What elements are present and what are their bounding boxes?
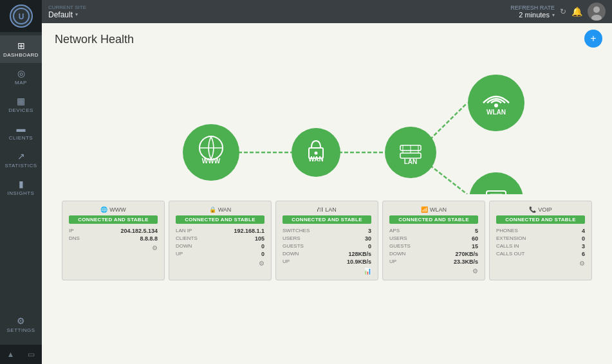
- card-row-label: DNS: [69, 235, 80, 242]
- card-status: CONNECTED AND STABLE: [69, 215, 158, 224]
- card-status: CONNECTED AND STABLE: [389, 215, 478, 224]
- card-row: UP 0: [176, 251, 264, 257]
- topology-svg: WWW WAN LAN: [55, 53, 599, 194]
- card-footer-icon[interactable]: ⚙: [259, 260, 264, 267]
- card-footer-icon[interactable]: ⚙: [579, 260, 585, 267]
- card-row-label: IP: [69, 228, 74, 234]
- topbar: CURRENT SITE Default ▾ REFRESH RATE 2 mi…: [42, 0, 612, 23]
- clients-icon: ▬: [17, 123, 26, 134]
- avatar[interactable]: [588, 3, 606, 21]
- map-icon: ◎: [17, 68, 25, 78]
- up-arrow-icon[interactable]: ▲: [7, 350, 15, 359]
- sidebar-item-label: DEVICES: [8, 107, 33, 113]
- card-status: CONNECTED AND STABLE: [283, 215, 371, 224]
- card-row-value: 4: [582, 228, 585, 234]
- card-wan[interactable]: 🔒 WAN CONNECTED AND STABLE LAN IP 192.16…: [169, 201, 272, 280]
- current-site-name[interactable]: Default ▾: [48, 10, 86, 19]
- card-row-label: USERS: [283, 235, 301, 242]
- card-row-label: APS: [389, 228, 400, 234]
- card-footer-icon[interactable]: 📊: [364, 268, 371, 275]
- card-footer: ⚙: [496, 260, 585, 267]
- card-row-label: CALLS IN: [496, 243, 519, 250]
- sidebar-item-clients[interactable]: ▬ CLIENTS: [0, 118, 42, 146]
- card-title-text: WLAN: [430, 206, 447, 213]
- card-icon: 🔒: [209, 206, 216, 213]
- card-row-label: GUESTS: [389, 243, 411, 250]
- card-footer: ⚙: [176, 260, 264, 267]
- devices-icon: ▦: [17, 96, 25, 106]
- card-www[interactable]: 🌐 WWW CONNECTED AND STABLE IP 204.182.5.…: [62, 201, 165, 280]
- window-icon[interactable]: ▭: [28, 350, 35, 359]
- refresh-icon[interactable]: ↻: [560, 7, 566, 16]
- settings-icon: ⚙: [17, 316, 25, 326]
- card-row: APS 5: [389, 228, 478, 234]
- card-title-text: LAN: [325, 206, 337, 213]
- card-row-label: UP: [283, 259, 290, 265]
- refresh-label: REFRESH RATE: [510, 5, 555, 11]
- topbar-site-info: CURRENT SITE Default ▾: [48, 5, 86, 19]
- card-row: CALLS OUT 6: [496, 251, 585, 257]
- card-row-value: 204.182.5.134: [120, 228, 158, 234]
- card-row-label: LAN IP: [176, 228, 192, 234]
- nav-items: ⊞ DASHBOARD ◎ MAP ▦ DEVICES ▬ CLIENTS ↗ …: [0, 35, 42, 311]
- www-label: WWW: [202, 158, 221, 165]
- card-row: EXTENSION 0: [496, 235, 585, 242]
- card-title: ⛙ LAN: [283, 206, 371, 213]
- card-row-label: UP: [389, 259, 396, 265]
- card-row-value: 192.168.1.1: [234, 228, 264, 234]
- dashboard-icon: ⊞: [17, 41, 25, 51]
- refresh-time[interactable]: 2 minutes ▾: [519, 11, 555, 19]
- card-footer-icon[interactable]: ⚙: [152, 244, 158, 251]
- card-row: IP 204.182.5.134: [69, 228, 158, 234]
- logo-area: U: [0, 0, 42, 32]
- card-footer-icon[interactable]: ⚙: [472, 268, 478, 275]
- wlan-node[interactable]: [468, 75, 524, 131]
- lan-label: LAN: [404, 158, 418, 165]
- card-lan[interactable]: ⛙ LAN CONNECTED AND STABLE SWITCHES 3 US…: [275, 201, 378, 280]
- card-row: CALLS IN 3: [496, 243, 585, 250]
- card-row-value: 0: [261, 251, 264, 257]
- card-voip[interactable]: 📞 VOIP CONNECTED AND STABLE PHONES 4 EXT…: [489, 201, 592, 280]
- sidebar-item-settings[interactable]: ⚙ SETTINGS: [6, 311, 35, 338]
- card-status: CONNECTED AND STABLE: [176, 215, 264, 224]
- card-row-value: 270KB/s: [455, 251, 478, 257]
- sidebar-item-insights[interactable]: ▮ INSIGHTS: [0, 174, 42, 201]
- card-row-label: DOWN: [176, 243, 192, 250]
- www-node[interactable]: [183, 124, 239, 181]
- card-status: CONNECTED AND STABLE: [496, 215, 585, 224]
- svg-line-8: [430, 165, 467, 194]
- sidebar-item-map[interactable]: ◎ MAP: [0, 63, 42, 91]
- card-wlan[interactable]: 📶 WLAN CONNECTED AND STABLE APS 5 USERS …: [382, 201, 485, 280]
- sidebar-item-devices[interactable]: ▦ DEVICES: [0, 91, 42, 118]
- current-site-label: CURRENT SITE: [48, 5, 86, 10]
- wlan-label: WLAN: [487, 109, 506, 116]
- sidebar-item-statistics[interactable]: ↗ STATISTICS: [0, 146, 42, 174]
- card-row: UP 23.3KB/s: [389, 259, 478, 265]
- card-row-label: EXTENSION: [496, 235, 526, 242]
- card-footer: ⚙: [389, 268, 478, 275]
- nav-bottom: ⚙ SETTINGS: [6, 311, 35, 338]
- card-row-label: DOWN: [283, 251, 299, 257]
- card-row: DNS 8.8.8.8: [69, 235, 158, 242]
- chevron-down-icon: ▾: [75, 12, 78, 17]
- card-row: USERS 30: [283, 235, 371, 242]
- sidebar-item-label: DASHBOARD: [3, 52, 39, 58]
- card-row-value: 5: [475, 228, 478, 234]
- sidebar-item-label: MAP: [15, 80, 27, 86]
- card-row-label: CALLS OUT: [496, 251, 524, 257]
- card-row-value: 0: [368, 243, 371, 250]
- bottom-bar: ▲ ▭: [0, 345, 42, 364]
- card-row-value: 0: [582, 235, 585, 242]
- card-row-value: 10.9KB/s: [347, 259, 371, 265]
- card-row: USERS 60: [389, 235, 478, 242]
- card-footer: ⚙: [69, 244, 158, 251]
- add-button[interactable]: +: [584, 30, 602, 48]
- logo[interactable]: U: [10, 5, 33, 28]
- sidebar-item-dashboard[interactable]: ⊞ DASHBOARD: [0, 35, 42, 63]
- card-row-value: 6: [582, 251, 585, 257]
- sidebar-item-label: STATISTICS: [5, 163, 37, 168]
- card-row-value: 23.3KB/s: [454, 259, 478, 265]
- card-row-value: 15: [472, 243, 478, 250]
- bell-icon[interactable]: 🔔: [571, 6, 582, 17]
- sidebar-item-label: CLIENTS: [9, 135, 33, 141]
